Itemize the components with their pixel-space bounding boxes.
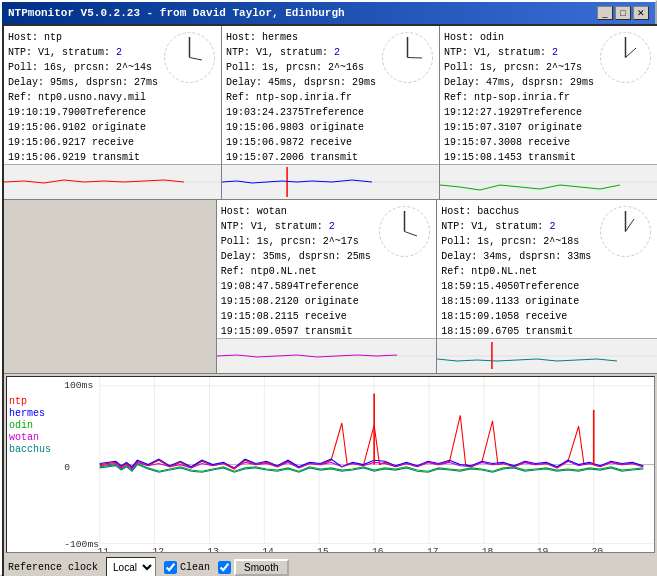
ref-clock-label: Reference clock [8, 562, 98, 573]
host-panel-bacchus: Host: bacchus NTP: V1, stratum: 2 Poll: … [437, 200, 657, 373]
svg-text:12: 12 [152, 546, 164, 552]
host-panel-odin: Host: odin NTP: V1, stratum: 2 Poll: 1s,… [440, 26, 657, 199]
mini-graph-bacchus [437, 338, 657, 373]
t1-ntp: 19:10:19.7900Treference [8, 105, 217, 120]
t3-wotan: 19:15:08.2115 receive [221, 309, 433, 324]
clock-odin [598, 30, 653, 85]
legend-odin-label: odin [9, 420, 33, 431]
smooth-button[interactable]: Smooth [234, 559, 288, 576]
legend-bacchus-label: bacchus [9, 444, 51, 455]
legend-odin: odin [9, 420, 60, 431]
svg-text:20: 20 [592, 546, 604, 552]
svg-line-2 [190, 58, 203, 61]
svg-line-19 [626, 219, 635, 232]
ntp-line-bacchus: NTP: V1, stratum: [441, 221, 549, 232]
svg-text:15: 15 [317, 546, 329, 552]
t2-hermes: 19:15:06.9803 originate [226, 120, 435, 135]
svg-text:11: 11 [98, 546, 110, 552]
clock-ntp [162, 30, 217, 85]
mini-graph-odin [440, 164, 657, 199]
t4-wotan: 19:15:09.0597 transmit [221, 324, 433, 339]
clock-bacchus [598, 204, 653, 259]
window: NTPmonitor V5.0.2.23 - from David Taylor… [0, 0, 657, 576]
top-host-row: Host: ntp NTP: V1, stratum: 2 Poll: 16s,… [4, 26, 657, 200]
close-button[interactable]: ✕ [633, 6, 649, 20]
t3-hermes: 19:15:06.9872 receive [226, 135, 435, 150]
clean-checkbox-group: Clean [164, 561, 210, 574]
chart-svg: 100ms 0 -100ms [62, 377, 654, 552]
t4-bacchus: 18:15:09.6705 transmit [441, 324, 653, 339]
clean-label: Clean [180, 562, 210, 573]
legend-ntp: ntp [9, 396, 60, 407]
ntp-line-hermes: NTP: V1, stratum: [226, 47, 334, 58]
t3-ntp: 19:15:06.9217 receive [8, 135, 217, 150]
ntp-line-wotan: NTP: V1, stratum: [221, 221, 329, 232]
legend-bacchus: bacchus [9, 444, 60, 455]
t1-wotan: 19:08:47.5894Treference [221, 279, 433, 294]
window-title: NTPmonitor V5.0.2.23 - from David Taylor… [8, 7, 345, 19]
legend-hermes-label: hermes [9, 408, 45, 419]
legend-ntp-label: ntp [9, 396, 27, 407]
maximize-button[interactable]: □ [615, 6, 631, 20]
chart-canvas: 100ms 0 -100ms [62, 377, 654, 552]
bottom-controls: Reference clock Local Clean Smooth [4, 555, 657, 576]
mini-graph-hermes [222, 164, 439, 199]
svg-text:16: 16 [372, 546, 384, 552]
t4-odin: 19:15:08.1453 transmit [444, 150, 653, 165]
t2-ntp: 19:15:06.9102 originate [8, 120, 217, 135]
window-body: Host: ntp NTP: V1, stratum: 2 Poll: 16s,… [2, 24, 657, 576]
minimize-button[interactable]: _ [597, 6, 613, 20]
t3-bacchus: 18:15:09.1058 receive [441, 309, 653, 324]
legend-wotan-label: wotan [9, 432, 39, 443]
t4-ntp: 19:15:06.9219 transmit [8, 150, 217, 165]
clock-hermes [380, 30, 435, 85]
ref-clock-dropdown[interactable]: Local [106, 557, 156, 576]
svg-text:0: 0 [64, 462, 70, 473]
t1-bacchus: 18:59:15.4050Treference [441, 279, 653, 294]
ref-wotan: Ref: ntp0.NL.net [221, 264, 433, 279]
middle-host-row: Host: wotan NTP: V1, stratum: 2 Poll: 1s… [4, 200, 657, 374]
legend-wotan: wotan [9, 432, 60, 443]
svg-text:100ms: 100ms [64, 380, 93, 391]
svg-line-11 [626, 48, 637, 58]
ref-hermes: Ref: ntp-sop.inria.fr [226, 90, 435, 105]
chart-legend: ntp hermes odin wotan bacchus [7, 377, 62, 552]
window-controls: _ □ ✕ [597, 6, 649, 20]
svg-text:19: 19 [537, 546, 549, 552]
smooth-checkbox-group: Smooth [218, 559, 288, 576]
svg-text:18: 18 [482, 546, 494, 552]
t2-wotan: 19:15:08.2120 originate [221, 294, 433, 309]
svg-text:17: 17 [427, 546, 439, 552]
svg-line-6 [408, 58, 423, 59]
ntp-line-ntp: NTP: V1, stratum: [8, 47, 116, 58]
legend-hermes: hermes [9, 408, 60, 419]
smooth-checkbox[interactable] [218, 561, 231, 574]
host-panel-ntp: Host: ntp NTP: V1, stratum: 2 Poll: 16s,… [4, 26, 222, 199]
t2-odin: 19:15:07.3107 originate [444, 120, 653, 135]
ntp-line-odin: NTP: V1, stratum: [444, 47, 552, 58]
mini-graph-ntp [4, 164, 221, 199]
t1-hermes: 19:03:24.2375Treference [226, 105, 435, 120]
clock-wotan [377, 204, 432, 259]
ref-ntp: Ref: ntp0.usno.navy.mil [8, 90, 217, 105]
t4-hermes: 19:15:07.2006 transmit [226, 150, 435, 165]
svg-line-15 [405, 232, 418, 237]
svg-text:13: 13 [207, 546, 219, 552]
host-panel-hermes: Host: hermes NTP: V1, stratum: 2 Poll: 1… [222, 26, 440, 199]
host-panel-wotan: Host: wotan NTP: V1, stratum: 2 Poll: 1s… [216, 200, 438, 373]
t3-odin: 19:15:07.3008 receive [444, 135, 653, 150]
t2-bacchus: 18:15:09.1133 originate [441, 294, 653, 309]
main-chart-area: ntp hermes odin wotan bacchus [6, 376, 655, 553]
svg-text:14: 14 [262, 546, 274, 552]
clean-checkbox[interactable] [164, 561, 177, 574]
title-bar: NTPmonitor V5.0.2.23 - from David Taylor… [2, 2, 655, 24]
middle-spacer [4, 200, 216, 373]
ref-bacchus: Ref: ntp0.NL.net [441, 264, 653, 279]
svg-text:-100ms: -100ms [64, 539, 99, 550]
ref-odin: Ref: ntp-sop.inria.fr [444, 90, 653, 105]
mini-graph-wotan [217, 338, 437, 373]
t1-odin: 19:12:27.1929Treference [444, 105, 653, 120]
